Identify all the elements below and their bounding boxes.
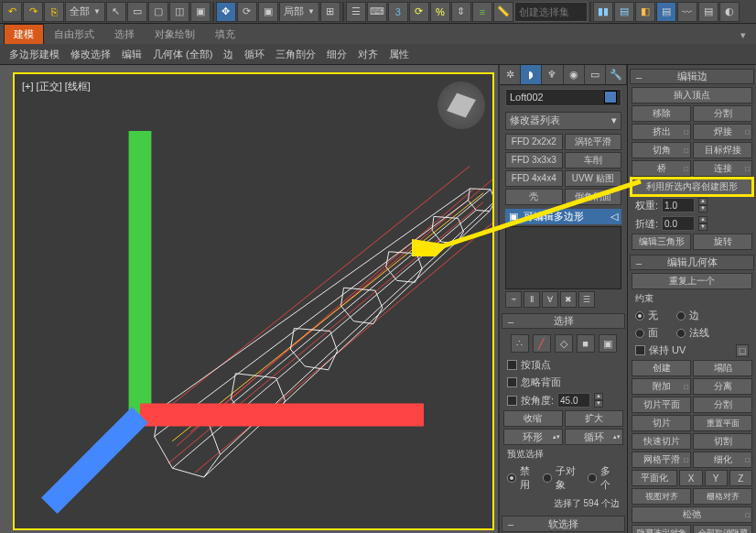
pivot-icon[interactable]: ⊞ (320, 2, 340, 22)
scale-icon[interactable]: ▣ (258, 2, 278, 22)
btn-chamfer-profile[interactable]: 倒角剖面 (565, 189, 622, 205)
move-icon[interactable]: ✥ (216, 2, 236, 22)
btn-grow[interactable]: 扩大 (565, 410, 624, 427)
tab-utilities-icon[interactable]: 🔧 (606, 65, 627, 84)
btn-relax[interactable]: 松弛 (632, 506, 752, 523)
rollout-soft-selection[interactable]: 软选择 (502, 516, 625, 532)
tab-create-icon[interactable]: ✲ (500, 65, 521, 84)
radio-constr-normal[interactable] (676, 329, 686, 338)
btn-slice-plane[interactable]: 切片平面 (632, 397, 691, 413)
edit-set-icon[interactable]: ≡ (472, 2, 492, 22)
btn-create[interactable]: 创建 (632, 360, 691, 376)
make-unique-icon[interactable]: ∀ (542, 291, 558, 308)
btn-slice[interactable]: 切片 (632, 415, 691, 431)
tab-objectpaint[interactable]: 对象绘制 (145, 24, 205, 44)
btn-view-align[interactable]: 视图对齐 (632, 488, 691, 505)
subobj-poly-icon[interactable]: ■ (577, 334, 595, 353)
btn-hide-sel[interactable]: 隐藏选定对象 (632, 525, 691, 533)
chk-preserve-uv[interactable] (635, 345, 645, 355)
tab-motion-icon[interactable]: ◉ (564, 65, 585, 84)
btn-planar-z[interactable]: Z (729, 470, 752, 486)
btn-uvwmap[interactable]: UVW 贴图 (565, 170, 622, 187)
ribbon-props[interactable]: 属性 (383, 46, 415, 63)
weight-spinner[interactable]: ▲▼ (698, 198, 707, 212)
expand-icon[interactable]: ▣ (509, 211, 518, 223)
btn-target-weld[interactable]: 目标焊接 (693, 142, 752, 158)
viewcube-icon[interactable] (437, 82, 485, 129)
subobj-border-icon[interactable]: ◇ (555, 334, 573, 353)
radio-preview-multi[interactable] (588, 473, 597, 483)
btn-extrude[interactable]: 挤出 (632, 124, 691, 140)
select-window-icon[interactable]: ◫ (169, 2, 189, 22)
btn-weld[interactable]: 焊接 (693, 124, 752, 140)
btn-connect[interactable]: 连接 (693, 160, 752, 177)
tab-hierarchy-icon[interactable]: ♆ (542, 65, 563, 84)
viewport[interactable]: [+] [正交] [线框] (13, 72, 494, 530)
angle-snap-icon[interactable]: ⟳ (409, 2, 429, 22)
layers-icon[interactable]: ◧ (635, 2, 655, 22)
radio-constr-face[interactable] (635, 329, 644, 338)
ribbon-subdiv[interactable]: 细分 (321, 46, 352, 63)
btn-unhide-all[interactable]: 全部取消隐藏 (693, 525, 752, 533)
remove-mod-icon[interactable]: ✖ (560, 291, 577, 308)
ribbon-tri[interactable]: 三角剖分 (270, 46, 321, 63)
spinner-snap-icon[interactable]: ⇕ (451, 2, 471, 22)
percent-snap-icon[interactable]: % (430, 2, 450, 22)
btn-preserve-uv-settings[interactable]: □ (736, 344, 749, 357)
btn-loop[interactable]: 循环▴▾ (565, 429, 624, 445)
radio-constr-none[interactable] (635, 311, 644, 321)
ribbon-align[interactable]: 对齐 (352, 46, 383, 63)
redo-icon[interactable]: ↷ (23, 2, 43, 22)
tab-modeling[interactable]: 建模 (4, 24, 44, 44)
ribbon-edit[interactable]: 编辑 (116, 46, 147, 63)
btn-quickslice[interactable]: 快速切片 (632, 433, 691, 450)
rollout-edit-geometry[interactable]: 编辑几何体 (630, 255, 754, 270)
rollout-selection[interactable]: 选择 (502, 313, 625, 330)
crease-spinner[interactable]: ▲▼ (698, 216, 707, 231)
coord-space-dropdown[interactable]: 局部▼ (279, 2, 319, 22)
named-selection-input[interactable] (514, 2, 588, 22)
subobj-vertex-icon[interactable]: ∴ (511, 334, 529, 353)
stack-item-epoly[interactable]: ▣ 可编辑多边形 ◁ (505, 209, 621, 225)
btn-bridge[interactable]: 桥 (632, 160, 691, 177)
btn-split2[interactable]: 分割 (693, 397, 752, 413)
rotate-icon[interactable]: ⟳ (237, 2, 257, 22)
modifier-stack[interactable] (505, 226, 621, 288)
material-icon[interactable]: ◐ (719, 2, 740, 22)
rollout-edit-edges[interactable]: 编辑边 (630, 69, 754, 84)
btn-ring[interactable]: 环形▴▾ (503, 429, 563, 445)
radio-preview-off[interactable] (507, 473, 516, 483)
btn-grid-align[interactable]: 栅格对齐 (693, 488, 752, 505)
tab-populate[interactable]: 填充 (205, 24, 245, 44)
link-icon[interactable]: ⎘ (44, 2, 64, 22)
btn-ffd2[interactable]: FFD 2x2x2 (505, 134, 563, 150)
btn-collapse[interactable]: 塌陷 (693, 360, 752, 376)
btn-insert-vertex[interactable]: 插入顶点 (632, 87, 752, 103)
btn-split[interactable]: 分割 (693, 105, 752, 122)
btn-create-shape-from-selection[interactable]: 利用所选内容创建图形 (632, 179, 752, 195)
modifier-list-dropdown[interactable]: 修改器列表▾ (505, 112, 621, 130)
angle-input[interactable] (557, 393, 590, 408)
configure-icon[interactable]: ☰ (578, 291, 595, 308)
chk-by-angle[interactable] (507, 396, 517, 406)
radio-constr-edge[interactable] (676, 311, 686, 321)
btn-planarize[interactable]: 平面化 (632, 470, 677, 486)
btn-edit-tri[interactable]: 编辑三角形 (632, 234, 691, 250)
btn-ffd4[interactable]: FFD 4x4x4 (505, 170, 563, 187)
tab-modify-icon[interactable]: ◗ (521, 65, 542, 84)
undo-icon[interactable]: ↶ (2, 2, 22, 22)
object-name-field[interactable]: Loft002 (505, 89, 621, 107)
weight-input[interactable] (662, 198, 695, 212)
radio-preview-sub[interactable] (543, 473, 552, 483)
btn-chamfer[interactable]: 切角 (632, 142, 691, 158)
angle-spinner[interactable]: ▲▼ (594, 393, 603, 408)
select-rect-icon[interactable]: ▢ (148, 2, 168, 22)
btn-planar-y[interactable]: Y (705, 470, 728, 486)
toggle-ribbon-icon[interactable]: ▤ (656, 2, 676, 22)
ruler-icon[interactable]: 📏 (493, 2, 513, 22)
ribbon-loops[interactable]: 循环 (239, 46, 270, 63)
btn-msmooth[interactable]: 网格平滑 (632, 451, 691, 468)
selection-filter-dropdown[interactable]: 全部▼ (65, 2, 105, 22)
keyboard-icon[interactable]: ⌨ (367, 2, 387, 22)
ribbon-poly-modeling[interactable]: 多边形建模 (4, 46, 65, 63)
